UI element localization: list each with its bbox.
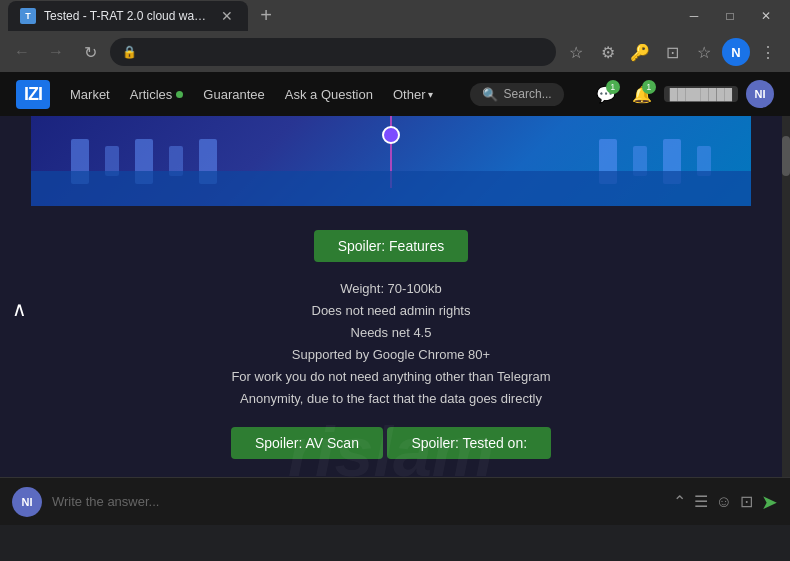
feature-line-1: Weight: 70-100kb bbox=[91, 278, 691, 300]
spoiler-tested-button[interactable]: Spoiler: Tested on: bbox=[387, 427, 551, 459]
forward-button[interactable]: → bbox=[42, 38, 70, 66]
main-area: ∧ bbox=[0, 116, 790, 477]
product-line-1: Price: 3500r One bbox=[91, 475, 691, 477]
tab-title: Tested - T-RAT 2.0 cloud warrio... bbox=[44, 9, 210, 23]
feature-line-6: Anonymity, due to the fact that the data… bbox=[91, 388, 691, 410]
comment-bar: NI Write the answer... ⌃ ☰ ☺ ⊡ ➤ bbox=[0, 477, 790, 525]
extensions-icon[interactable]: ⚙ bbox=[594, 38, 622, 66]
notifications-icon[interactable]: 🔔 1 bbox=[628, 80, 656, 108]
nav-articles[interactable]: Articles bbox=[130, 87, 184, 102]
browser-tab[interactable]: T Tested - T-RAT 2.0 cloud warrio... ✕ bbox=[8, 1, 248, 31]
feature-line-4: Supported by Google Chrome 80+ bbox=[91, 344, 691, 366]
image-icon[interactable]: ⊡ bbox=[740, 492, 753, 511]
send-button[interactable]: ➤ bbox=[761, 490, 778, 514]
notifications-badge: 1 bbox=[642, 80, 656, 94]
messages-icon[interactable]: 💬 1 bbox=[592, 80, 620, 108]
hero-banner bbox=[31, 116, 751, 206]
comment-actions: ⌃ ☰ ☺ ⊡ ➤ bbox=[673, 490, 778, 514]
toolbar-icons: ☆ ⚙ 🔑 ⊡ ☆ N ⋮ bbox=[562, 38, 782, 66]
hero-blue-bar bbox=[31, 171, 751, 206]
scroll-up-arrow[interactable]: ∧ bbox=[12, 297, 27, 321]
list-icon[interactable]: ☰ bbox=[694, 492, 708, 511]
title-bar: T Tested - T-RAT 2.0 cloud warrio... ✕ +… bbox=[0, 0, 790, 32]
translate-icon[interactable]: ⊡ bbox=[658, 38, 686, 66]
back-button[interactable]: ← bbox=[8, 38, 36, 66]
menu-button[interactable]: ⋮ bbox=[754, 38, 782, 66]
security-icon: 🔒 bbox=[122, 45, 137, 59]
commenter-avatar: NI bbox=[12, 487, 42, 517]
profile-button[interactable]: N bbox=[722, 38, 750, 66]
nav-ask-question[interactable]: Ask a Question bbox=[285, 87, 373, 102]
features-text: Weight: 70-100kb Does not need admin rig… bbox=[91, 278, 691, 411]
page-content: IZI Market Articles Guarantee Ask a Ques… bbox=[0, 72, 790, 525]
search-placeholder: Search... bbox=[504, 87, 552, 101]
product-info-text: Price: 3500r One -time payment Agree to … bbox=[91, 475, 691, 477]
close-button[interactable]: ✕ bbox=[750, 0, 782, 32]
nav-guarantee[interactable]: Guarantee bbox=[203, 87, 264, 102]
nav-other[interactable]: Other ▾ bbox=[393, 87, 434, 102]
hero-overlay bbox=[31, 116, 751, 206]
site-logo[interactable]: IZI bbox=[16, 80, 50, 109]
feature-line-3: Needs net 4.5 bbox=[91, 322, 691, 344]
spoiler-features-button[interactable]: Spoiler: Features bbox=[314, 230, 469, 262]
nav-icons: 💬 1 🔔 1 ████████ NI bbox=[592, 80, 774, 108]
content-scroll[interactable]: ∧ bbox=[0, 116, 782, 477]
product-content: rislam Spoiler: Features Weight: 70-100k… bbox=[31, 206, 751, 477]
url-bar[interactable]: 🔒 bbox=[110, 38, 556, 66]
chevron-down-icon: ▾ bbox=[428, 89, 433, 100]
window-controls: ─ □ ✕ bbox=[678, 0, 782, 32]
feature-line-2: Does not need admin rights bbox=[91, 300, 691, 322]
comment-input[interactable]: Write the answer... bbox=[52, 494, 663, 509]
messages-badge: 1 bbox=[606, 80, 620, 94]
minimize-button[interactable]: ─ bbox=[678, 0, 710, 32]
search-bar[interactable]: 🔍 Search... bbox=[470, 83, 564, 106]
emoji-icon[interactable]: ☺ bbox=[716, 493, 732, 511]
expand-icon[interactable]: ⌃ bbox=[673, 492, 686, 511]
user-avatar[interactable]: NI bbox=[746, 80, 774, 108]
tab-close-button[interactable]: ✕ bbox=[218, 7, 236, 25]
key-icon[interactable]: 🔑 bbox=[626, 38, 654, 66]
tab-favicon: T bbox=[20, 8, 36, 24]
search-icon: 🔍 bbox=[482, 87, 498, 102]
star-icon[interactable]: ☆ bbox=[690, 38, 718, 66]
browser-chrome: T Tested - T-RAT 2.0 cloud warrio... ✕ +… bbox=[0, 0, 790, 72]
site-navbar: IZI Market Articles Guarantee Ask a Ques… bbox=[0, 72, 790, 116]
feature-line-5: For work you do not need anything other … bbox=[91, 366, 691, 388]
maximize-button[interactable]: □ bbox=[714, 0, 746, 32]
address-bar: ← → ↻ 🔒 ☆ ⚙ 🔑 ⊡ ☆ N ⋮ bbox=[0, 32, 790, 72]
spoiler-av-button[interactable]: Spoiler: AV Scan bbox=[231, 427, 383, 459]
new-tab-button[interactable]: + bbox=[252, 1, 280, 29]
right-scrollbar[interactable] bbox=[782, 116, 790, 477]
scrollbar-thumb[interactable] bbox=[782, 136, 790, 176]
articles-dot bbox=[176, 91, 183, 98]
nav-username: ████████ bbox=[664, 86, 738, 102]
refresh-button[interactable]: ↻ bbox=[76, 38, 104, 66]
bookmark-icon[interactable]: ☆ bbox=[562, 38, 590, 66]
nav-market[interactable]: Market bbox=[70, 87, 110, 102]
